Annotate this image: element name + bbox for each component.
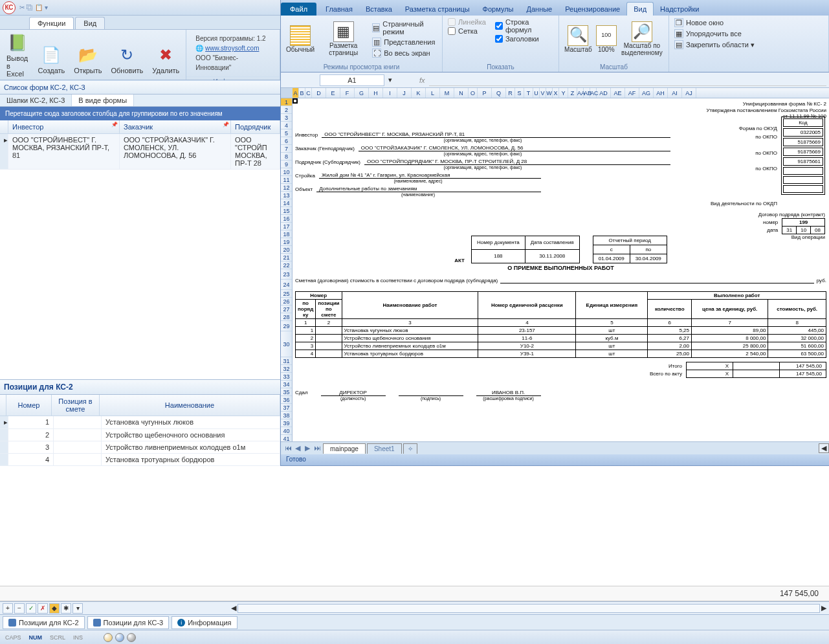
zoom-sel-icon: 🔎: [632, 21, 652, 42]
app-logo-icon: КС: [3, 1, 16, 14]
bottom-tab-ks3[interactable]: Позиции для КС-3: [87, 616, 170, 629]
tab-functions[interactable]: Функции: [29, 17, 74, 29]
star-button[interactable]: ✱: [61, 603, 71, 614]
delete-button[interactable]: ✖Удалить: [149, 43, 182, 76]
hscrollbar[interactable]: [238, 604, 820, 613]
list-item[interactable]: 2Устройство щебеночного основания: [0, 429, 280, 441]
diamond-button[interactable]: ◆: [49, 603, 60, 614]
status-bar: CAPS NUM SCRL INS: [0, 630, 829, 644]
copy-icon[interactable]: ⿻: [27, 4, 33, 11]
excel-status-bar: Готово: [281, 454, 829, 466]
arrange-button[interactable]: ▦Упорядочить все: [674, 28, 742, 39]
sheet-nav-prev[interactable]: ◀: [293, 444, 302, 452]
hscroll-right[interactable]: ▶: [821, 604, 826, 612]
status-ball-3[interactable]: [127, 633, 136, 642]
col-contractor[interactable]: Подрядчик: [231, 120, 280, 133]
table-row[interactable]: ▸ ООО "СТРОЙИНВЕСТ" Г. МОСКВА, РЯЗАНСКИЙ…: [0, 134, 280, 170]
group-zoom: Масштаб: [559, 62, 669, 72]
zoom-100-button[interactable]: 100100%: [596, 25, 617, 53]
column-headers[interactable]: ABCDEFGHIJKLMNOPQRSTUVWXYZAAABACADAEAFAG…: [281, 88, 829, 98]
fx-icon[interactable]: fx: [419, 76, 425, 84]
sheet-nav-next[interactable]: ▶: [303, 444, 312, 452]
status-ball-1[interactable]: [104, 633, 113, 642]
views-icon: ▥: [372, 38, 381, 47]
subtab-headers[interactable]: Шапки КС-2, КС-3: [0, 94, 72, 106]
group-by-hint[interactable]: Перетащите сюда заголовок столбца для гр…: [0, 107, 280, 120]
subtab-form-view[interactable]: В виде формы: [72, 94, 134, 106]
col-number[interactable]: Номер: [6, 395, 52, 416]
hscroll-left[interactable]: ◀: [231, 604, 236, 612]
gridlines-checkbox[interactable]: Сетка: [448, 27, 486, 36]
expand-button[interactable]: +: [3, 603, 13, 614]
open-button[interactable]: 📂Открыть: [71, 43, 104, 76]
tab-page-layout[interactable]: Разметка страницы: [399, 3, 476, 16]
tab-data[interactable]: Данные: [520, 3, 558, 16]
freeze-icon: ▤: [674, 40, 683, 49]
list-item[interactable]: 4Установка тротуарных бордюров: [0, 454, 280, 466]
positions-title: Позиции для КС-2: [0, 379, 280, 395]
sheet-nav-last[interactable]: ⏭: [313, 444, 322, 452]
tab-review[interactable]: Рецензирование: [558, 3, 626, 16]
tab-formulas[interactable]: Формулы: [476, 3, 520, 16]
col-customer[interactable]: Заказчик📌: [120, 120, 231, 133]
formula-bar[interactable]: [429, 74, 826, 86]
zoom-button[interactable]: 🔍Масштаб: [564, 25, 592, 53]
hscroll-left-icon[interactable]: ◀: [819, 443, 829, 453]
sheet-nav-first[interactable]: ⏮: [283, 444, 293, 452]
sheet-tab-mainpage[interactable]: mainpage: [323, 443, 366, 454]
normal-view-button[interactable]: Обычный: [286, 25, 315, 53]
col-name[interactable]: Наименование: [100, 395, 280, 416]
list-item[interactable]: ▸1Установка чугунных люков: [0, 416, 280, 429]
page-layout-button[interactable]: ▦Разметка страницы: [318, 21, 368, 56]
tab-view-excel[interactable]: Вид: [626, 2, 654, 16]
bottom-tab-info[interactable]: iИнформация: [171, 616, 237, 629]
new-window-button[interactable]: ❐Новое окно: [674, 17, 724, 28]
page-break-button[interactable]: ▤Страничный режим: [372, 19, 437, 36]
fullscreen-icon: ⛶: [372, 49, 381, 58]
paste-icon[interactable]: 📋: [35, 4, 43, 11]
group-views: Режимы просмотра книги: [281, 62, 442, 72]
freeze-panes-button[interactable]: ▤Закрепить области ▾: [674, 39, 755, 50]
bottom-tab-ks2[interactable]: Позиции для КС-2: [3, 616, 85, 629]
name-box[interactable]: A1: [320, 74, 384, 86]
ruler-checkbox[interactable]: Линейка: [448, 17, 486, 27]
col-investor[interactable]: Инвестор📌: [8, 120, 120, 133]
headings-checkbox[interactable]: Заголовки: [495, 34, 553, 43]
sheet-add-button[interactable]: ✧: [403, 443, 417, 454]
export-excel-button[interactable]: 📗Вывод в Excel ▾: [4, 31, 32, 87]
fullscreen-button[interactable]: ⛶Во весь экран: [372, 48, 437, 58]
name-dropdown-icon[interactable]: ▾: [388, 76, 392, 84]
ins-indicator: INS: [73, 634, 83, 641]
page-icon: ▦: [333, 21, 354, 42]
list-icon: [8, 619, 16, 627]
scissors-icon[interactable]: ✂: [19, 4, 25, 11]
document-content: Унифицированная форма № КС- 2 Утверждена…: [293, 98, 829, 441]
status-ball-2[interactable]: [115, 633, 124, 642]
forms-grid[interactable]: Инвестор📌 Заказчик📌 Подрядчик ▸ ООО "СТР…: [0, 120, 280, 170]
check-button[interactable]: ✓: [26, 603, 36, 614]
info-box: Версия программы: 1.2 🌐 www.stroysoft.co…: [190, 31, 276, 75]
tab-view[interactable]: Вид: [75, 17, 105, 29]
tab-home[interactable]: Главная: [319, 3, 359, 16]
sheet-tab-sheet1[interactable]: Sheet1: [367, 443, 402, 454]
zoom-selection-button[interactable]: 🔎Масштаб по выделенному: [621, 21, 663, 56]
tab-insert[interactable]: Вставка: [359, 3, 399, 16]
list-item[interactable]: 3Устройство ливнеприемных колодцев o1м: [0, 441, 280, 454]
site-link[interactable]: www.stroysoft.com: [205, 45, 259, 52]
refresh-button[interactable]: ↻Обновить: [109, 43, 146, 76]
row-headers[interactable]: 1234567891011121314151617181920212223242…: [281, 98, 293, 454]
col-position[interactable]: Позиция в смете: [52, 395, 100, 416]
tab-addins[interactable]: Надстройки: [654, 3, 705, 16]
arrange-icon: ▦: [674, 29, 683, 38]
custom-views-button[interactable]: ▥Представления: [372, 37, 437, 47]
positions-grid[interactable]: Номер Позиция в смете Наименование ▸1Уст…: [0, 395, 280, 466]
cancel-button[interactable]: ✗: [38, 603, 48, 614]
scrl-indicator: SCRL: [50, 634, 65, 641]
work-table: НомерНаименование работНомер единичной р…: [295, 291, 826, 358]
formula-bar-checkbox[interactable]: Строка формул: [495, 17, 553, 34]
tab-file[interactable]: Файл: [281, 3, 316, 16]
app-titlebar: КС ✂ ⿻ 📋 ▾: [0, 0, 280, 16]
collapse-button[interactable]: −: [14, 603, 25, 614]
filter-button[interactable]: ▾: [72, 603, 83, 614]
create-button[interactable]: 📄Создать: [36, 43, 68, 76]
